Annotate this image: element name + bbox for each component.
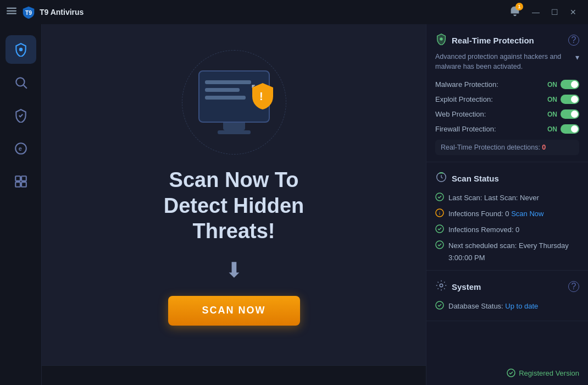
svg-rect-9: [15, 176, 20, 181]
malware-on-text: ON: [547, 81, 557, 89]
system-title-group: System: [435, 279, 481, 294]
scan-status-icon: [435, 171, 447, 185]
gear-icon: [435, 279, 447, 294]
detections-count: 0: [542, 144, 546, 151]
firewall-toggle-switch[interactable]: [561, 124, 579, 134]
svg-rect-12: [21, 182, 26, 187]
malware-toggle-group: ON: [547, 80, 579, 89]
malware-toggle-switch[interactable]: [561, 80, 579, 89]
svg-text:e: e: [18, 145, 21, 152]
svg-rect-1: [7, 10, 16, 12]
next-scan-time: 3:00:00 PM: [448, 254, 579, 263]
sidebar-item-search[interactable]: [5, 68, 36, 97]
svg-point-4: [19, 48, 23, 52]
infections-removed-text: Infections Removed: 0: [448, 226, 519, 234]
check-circle-3-icon: [435, 240, 444, 251]
info-circle-icon: i: [435, 208, 444, 219]
maximize-button[interactable]: ☐: [546, 6, 563, 19]
last-scan-text: Last Scan: Last Scan: Never: [448, 194, 539, 202]
registered-check-icon: [507, 369, 515, 377]
system-title: System: [452, 282, 481, 292]
rtp-title: Real-Time Protection: [452, 36, 534, 45]
scan-status-title: Scan Status: [452, 174, 499, 183]
detections-row: Real-Time Protection detections: 0: [435, 140, 579, 155]
screen-line-3: [205, 96, 246, 100]
sidebar: e: [0, 24, 42, 385]
scan-status-header: Scan Status: [435, 171, 579, 185]
hamburger-icon[interactable]: [7, 6, 16, 18]
firewall-toggle-group: ON: [547, 124, 579, 134]
db-status-link[interactable]: Up to date: [505, 302, 538, 310]
bottom-bar: [42, 365, 426, 385]
scan-status-title-group: Scan Status: [435, 171, 499, 185]
rtp-title-group: Real-Time Protection: [435, 33, 534, 47]
exploit-toggle-group: ON: [547, 95, 579, 104]
svg-point-5: [16, 78, 24, 86]
web-toggle-group: ON: [547, 109, 579, 119]
hero-illustration: ↖ !: [174, 53, 295, 152]
malware-label: Malware Protection:: [435, 80, 498, 89]
svg-rect-11: [15, 182, 20, 187]
last-scan-row: Last Scan: Last Scan: Never: [435, 190, 579, 206]
real-time-protection-section: Real-Time Protection ? Advanced protecti…: [426, 24, 588, 162]
toggle-web: Web Protection: ON: [435, 107, 579, 122]
rtp-header: Real-Time Protection ?: [435, 33, 579, 47]
sidebar-item-grid[interactable]: [5, 167, 36, 196]
toggle-firewall: Firewall Protection: ON: [435, 122, 579, 136]
close-button[interactable]: ✕: [565, 6, 581, 19]
db-status-text: Database Status: Up to date: [448, 302, 538, 310]
right-panel: Real-Time Protection ? Advanced protecti…: [426, 24, 588, 385]
window-controls: 1 — ☐ ✕: [509, 5, 581, 19]
exploit-on-text: ON: [547, 96, 557, 103]
infections-removed-row: Infections Removed: 0: [435, 222, 579, 238]
sidebar-item-check-shield[interactable]: [5, 101, 36, 130]
toggle-malware: Malware Protection: ON: [435, 77, 579, 92]
system-help-icon[interactable]: ?: [568, 281, 579, 292]
svg-point-21: [440, 284, 443, 288]
check-circle-db-icon: [435, 301, 444, 311]
screen-line-1: [205, 80, 252, 84]
down-arrow-icon: ⬇: [225, 260, 243, 280]
scan-now-link[interactable]: Scan Now: [511, 210, 543, 218]
app-title-text: T9 Antivirus: [40, 8, 84, 16]
registered-text: Registered Version: [507, 369, 579, 377]
warning-shield-icon: !: [250, 82, 275, 111]
firewall-label: Firewall Protection:: [435, 125, 496, 133]
infections-found-row: i Infections Found: 0 Scan Now: [435, 206, 579, 222]
web-toggle-switch[interactable]: [561, 109, 579, 119]
sidebar-item-shield[interactable]: [5, 35, 36, 64]
shield-check-icon: [435, 33, 447, 47]
toggle-exploit: Exploit Protection: ON: [435, 92, 579, 107]
hero-heading: Scan Now ToDetect HiddenThreats!: [164, 167, 304, 244]
content-area: ↖ ! Scan Now To: [42, 24, 426, 385]
monitor-wrapper: ↖ !: [198, 70, 270, 134]
title-bar-left: T9 T9 Antivirus: [7, 6, 84, 19]
main-content: ↖ ! Scan Now To: [42, 24, 426, 365]
db-status-row: Database Status: Up to date: [435, 298, 579, 314]
svg-text:i: i: [439, 211, 440, 216]
svg-rect-10: [21, 176, 26, 181]
scan-status-section: Scan Status Last Scan: Last Scan: Never …: [426, 162, 588, 271]
rtp-description-row: Advanced protection against hackers and …: [435, 52, 579, 72]
exploit-toggle-switch[interactable]: [561, 95, 579, 104]
screen-line-2: [205, 88, 240, 92]
notification-icon[interactable]: 1: [509, 5, 521, 19]
firewall-on-text: ON: [547, 125, 557, 133]
system-section: System ? Database Status: Up to date: [426, 271, 588, 321]
web-label: Web Protection:: [435, 110, 486, 118]
chevron-down-icon[interactable]: ▾: [575, 53, 579, 62]
svg-line-6: [23, 85, 26, 89]
check-circle-2-icon: [435, 224, 444, 235]
svg-rect-0: [7, 8, 16, 9]
web-on-text: ON: [547, 111, 557, 118]
minimize-button[interactable]: —: [528, 6, 544, 19]
monitor-stand: [223, 123, 245, 130]
sidebar-item-e-badge[interactable]: e: [5, 134, 36, 163]
hero-text: Scan Now ToDetect HiddenThreats!: [164, 167, 304, 244]
rtp-help-icon[interactable]: ?: [568, 35, 579, 46]
system-header: System ?: [435, 279, 579, 294]
scan-now-button[interactable]: SCAN NOW: [168, 296, 300, 326]
title-bar: T9 T9 Antivirus 1 — ☐ ✕: [0, 0, 588, 24]
svg-text:!: !: [259, 90, 263, 102]
next-scan-row: Next scheduled scan: Every Thursday: [435, 238, 579, 254]
